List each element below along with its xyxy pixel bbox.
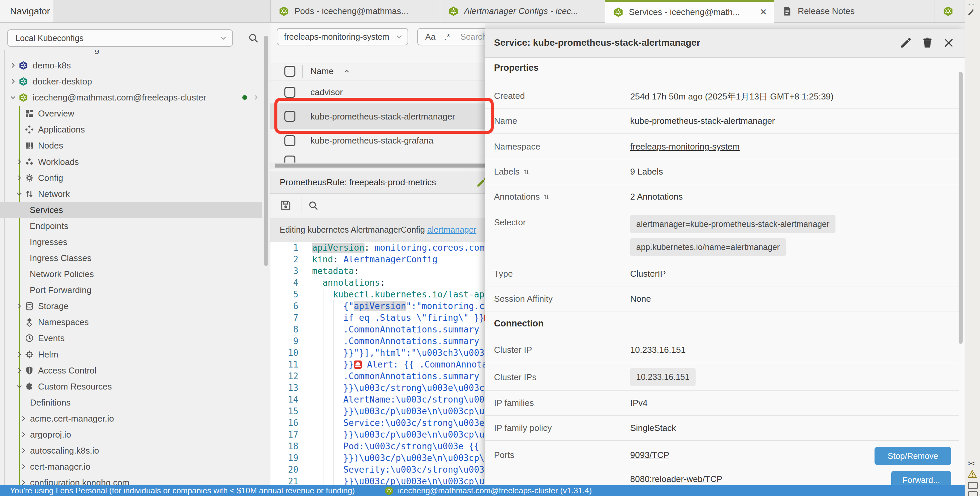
expand-collapse-icon[interactable] xyxy=(543,194,550,200)
chevron-right-icon[interactable] xyxy=(20,479,27,485)
yaml-editor[interactable]: 1apiVersion: monitoring.coreos.com/v12ki… xyxy=(270,242,485,485)
chevron-right-icon[interactable] xyxy=(10,62,16,69)
namespace-toolbar: freeleaps-monitoring-system Aa .* Search xyxy=(270,22,485,62)
close-icon[interactable] xyxy=(943,37,955,49)
search-input[interactable]: Aa .* Search xyxy=(417,28,485,45)
sidebar-item-endpoints[interactable]: Endpoints xyxy=(0,218,262,234)
chevron-right-icon[interactable] xyxy=(20,415,27,422)
chevron-right-icon[interactable] xyxy=(253,94,259,100)
sidebar-item-access-control[interactable]: Access Control xyxy=(0,362,262,378)
navigator-panel-tab[interactable]: Navigator xyxy=(0,0,53,22)
sidebar-item-events[interactable]: Events xyxy=(0,330,262,346)
row-checkbox[interactable] xyxy=(285,135,295,146)
name-value: kube-prometheus-stack-alertmanager xyxy=(630,116,775,126)
match-case-icon[interactable]: Aa xyxy=(425,32,436,42)
sidebar-item-argoproj-io[interactable]: argoproj.io xyxy=(0,426,262,443)
kubeconfig-dropdown[interactable]: Local Kubeconfigs xyxy=(7,29,233,47)
sidebar-item-config[interactable]: Config xyxy=(0,170,262,186)
chevron-right-icon[interactable] xyxy=(20,463,27,470)
custom-resources-icon xyxy=(25,382,34,391)
scrollbar-thumb[interactable] xyxy=(275,164,485,168)
chevron-right-icon[interactable] xyxy=(20,447,27,454)
row-checkbox[interactable] xyxy=(285,87,295,98)
sidebar-item-storage[interactable]: Storage xyxy=(0,298,262,314)
select-all-checkbox[interactable] xyxy=(285,66,295,77)
editor-toolbar xyxy=(270,194,485,218)
line-number: 10 xyxy=(270,347,298,359)
sidebar-item-nodes[interactable]: Nodes xyxy=(0,138,262,154)
applications-icon xyxy=(25,125,34,134)
sidebar-item-network-policies[interactable]: Network Policies xyxy=(0,266,262,282)
horizontal-scrollbar[interactable] xyxy=(270,162,485,169)
sidebar-item-namespaces[interactable]: Namespaces xyxy=(0,314,262,330)
stop-remove-button[interactable]: Stop/Remove xyxy=(875,447,951,465)
sidebar-item-configuration-konghq-com[interactable]: configuration.konghq.com xyxy=(0,475,262,485)
chevron-right-icon[interactable] xyxy=(20,431,27,438)
sidebar-item-network[interactable]: Network xyxy=(0,186,262,202)
sidebar-item-label: g xyxy=(94,50,99,57)
name-column-header[interactable]: Name xyxy=(310,62,334,80)
edit-pencil-icon[interactable] xyxy=(476,176,485,188)
edit-pencil-icon[interactable] xyxy=(900,37,912,49)
sidebar-item-applications[interactable]: Applications xyxy=(0,121,262,138)
sidebar-item-demo-k8s[interactable]: demo-k8s xyxy=(0,57,262,73)
delete-trash-icon[interactable] xyxy=(921,37,934,49)
alertmanager-config-link[interactable]: alertmanager xyxy=(427,225,476,234)
chevron-down-icon[interactable] xyxy=(10,94,16,101)
sidebar-item-helm[interactable]: Helm xyxy=(0,347,262,362)
tab-alertmanager-configs[interactable]: Alertmanager Configs - icec... xyxy=(440,0,605,22)
tab-pods[interactable]: Pods - icecheng@mathmas... xyxy=(270,0,440,22)
save-icon[interactable] xyxy=(280,199,292,211)
tab-services[interactable]: Services - icecheng@math...✕ xyxy=(605,0,774,23)
code-line: 16Service:\u003c/strong\u003e { xyxy=(270,417,485,429)
sidebar-item-g[interactable]: g xyxy=(0,50,262,57)
code-line: 7if eq .Status \"firing\" }} xyxy=(270,312,485,324)
sidebar-item-port-forwarding[interactable]: Port Forwarding xyxy=(0,282,262,298)
sidebar-item-workloads[interactable]: Workloads xyxy=(0,154,262,170)
sidebar-item-acme-cert-manager-io[interactable]: acme.cert-manager.io xyxy=(0,410,262,426)
cluster-status-text[interactable]: icecheng@mathmast.com@freeleaps-cluster … xyxy=(398,485,592,496)
editor-search-icon[interactable] xyxy=(308,200,319,211)
port-9093-link[interactable]: 9093/TCP xyxy=(630,450,669,460)
kubeconfig-dropdown-value: Local Kubeconfigs xyxy=(15,33,83,43)
table-row-item[interactable] xyxy=(270,152,485,163)
sidebar-scrollbar[interactable] xyxy=(264,36,268,266)
code-token: : xyxy=(380,278,385,288)
sidebar-item-docker-desktop[interactable]: docker-desktop xyxy=(0,73,262,89)
sidebar-item-label: docker-desktop xyxy=(33,73,92,89)
chevron-right-icon[interactable] xyxy=(16,303,23,309)
close-icon[interactable]: ✕ xyxy=(760,7,767,17)
port-8080-link[interactable]: 8080:reloader-web/TCP xyxy=(630,474,722,484)
chevron-down-icon[interactable] xyxy=(16,383,23,390)
chevron-right-icon[interactable] xyxy=(16,351,23,358)
search-icon[interactable] xyxy=(248,32,259,44)
labels-count: 9 Labels xyxy=(630,167,663,177)
sidebar-item-ingresses[interactable]: Ingresses xyxy=(0,234,262,250)
tab-release-notes[interactable]: Release Notes xyxy=(774,0,935,22)
editing-banner: Editing kubernetes AlertmanagerConfig al… xyxy=(270,218,485,242)
code-token: }}\u003c/p\u003e\n\u003cp\u003 xyxy=(344,406,485,416)
sidebar-item-overview[interactable]: Overview xyxy=(0,105,262,121)
sidebar-item-cert-manager-io[interactable]: cert-manager.io xyxy=(0,459,262,475)
expand-collapse-icon[interactable] xyxy=(523,169,530,175)
chevron-down-icon[interactable] xyxy=(16,191,23,197)
namespace-dropdown[interactable]: freeleaps-monitoring-system xyxy=(277,28,408,45)
regex-icon[interactable]: .* xyxy=(444,32,450,42)
sort-ascending-icon[interactable] xyxy=(343,68,350,75)
sidebar-item-autoscaling-k8s-io[interactable]: autoscaling.k8s.io xyxy=(0,443,262,459)
chevron-right-icon[interactable] xyxy=(16,159,23,165)
code-token: }}\u003c/p\u003e\n\u003cp\u003 xyxy=(344,429,485,440)
sidebar-item-icecheng-mathmast-com-freeleaps-cluster[interactable]: icecheng@mathmast.com@freeleaps-cluster xyxy=(0,89,262,105)
chevron-right-icon[interactable] xyxy=(10,78,16,85)
sidebar-item-definitions[interactable]: Definitions xyxy=(0,394,262,410)
sidebar-item-custom-resources[interactable]: Custom Resources xyxy=(0,378,262,394)
sidebar-item-ingress-classes[interactable]: Ingress Classes xyxy=(0,250,262,266)
panel-scrollbar[interactable] xyxy=(959,72,963,344)
namespace-link[interactable]: freeleaps-monitoring-system xyxy=(630,141,740,152)
annotations-row: Annotations 2 Annotations xyxy=(485,184,959,209)
chevron-right-icon[interactable] xyxy=(16,367,23,374)
sidebar-item-services[interactable]: Services xyxy=(0,202,262,218)
sidebar-item-label: Nodes xyxy=(38,138,63,154)
chevron-right-icon[interactable] xyxy=(16,175,23,181)
namespace-dropdown-value: freeleaps-monitoring-system xyxy=(284,32,389,42)
